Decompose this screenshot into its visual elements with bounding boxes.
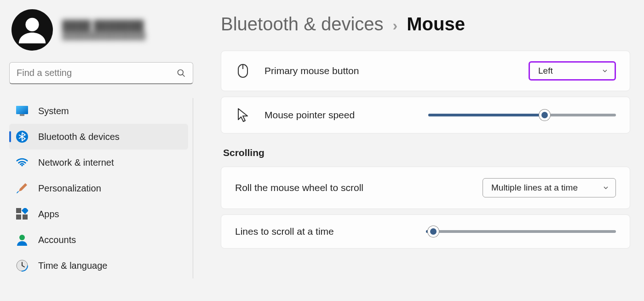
svg-rect-4: [16, 106, 28, 114]
avatar: [12, 9, 53, 51]
clock-icon: [16, 260, 28, 272]
setting-label: Roll the mouse wheel to scroll: [235, 182, 363, 193]
search-input[interactable]: [17, 68, 177, 78]
sidebar-item-accounts[interactable]: Accounts: [9, 227, 188, 253]
sidebar-item-label: Accounts: [38, 235, 76, 245]
sidebar-item-label: Time & language: [38, 260, 107, 271]
main-content: Bluetooth & devices › Mouse Primary mous…: [202, 0, 644, 301]
scrolling-section-header: Scrolling: [223, 147, 630, 158]
slider-thumb[interactable]: [428, 226, 439, 237]
apps-icon: [16, 208, 28, 220]
dropdown-value: Multiple lines at a time: [491, 183, 578, 193]
svg-rect-7: [16, 208, 21, 213]
mouse-icon: [235, 63, 251, 79]
slider-thumb[interactable]: [539, 110, 550, 121]
brush-icon: [16, 182, 28, 194]
cursor-icon: [235, 107, 251, 123]
svg-point-1: [178, 69, 184, 75]
pointer-speed-slider[interactable]: [428, 114, 616, 116]
setting-wheel-scroll: Roll the mouse wheel to scroll Multiple …: [221, 167, 630, 209]
wheel-scroll-dropdown[interactable]: Multiple lines at a time: [483, 178, 616, 197]
sidebar: ████ ███████ ████████████████ System Blu…: [0, 0, 202, 301]
sidebar-item-label: Network & internet: [38, 157, 114, 168]
setting-label: Mouse pointer speed: [264, 110, 355, 121]
svg-line-2: [183, 74, 185, 76]
svg-rect-10: [22, 208, 28, 214]
sidebar-item-bluetooth[interactable]: Bluetooth & devices: [9, 124, 188, 150]
lines-scroll-slider[interactable]: [426, 230, 616, 233]
svg-rect-9: [23, 214, 28, 220]
sidebar-item-apps[interactable]: Apps: [9, 201, 188, 227]
dropdown-value: Left: [538, 66, 553, 76]
nav-list: System Bluetooth & devices Network & int…: [9, 98, 193, 278]
profile-name: ████ ███████: [62, 20, 145, 32]
system-icon: [16, 105, 28, 117]
sidebar-item-label: System: [38, 106, 69, 116]
bluetooth-icon: [16, 131, 28, 143]
wifi-icon: [16, 156, 28, 168]
setting-pointer-speed: Mouse pointer speed: [221, 97, 630, 133]
svg-rect-5: [20, 114, 24, 116]
sidebar-item-network[interactable]: Network & internet: [9, 150, 188, 175]
setting-primary-mouse-button: Primary mouse button Left: [221, 51, 630, 91]
profile-sub: ████████████████: [62, 32, 145, 40]
sidebar-item-system[interactable]: System: [9, 98, 188, 124]
setting-lines-scroll: Lines to scroll at a time: [221, 214, 630, 249]
breadcrumb-current: Mouse: [407, 14, 465, 35]
breadcrumb: Bluetooth & devices › Mouse: [221, 14, 630, 35]
svg-rect-8: [16, 214, 21, 220]
sidebar-item-label: Bluetooth & devices: [38, 132, 120, 142]
svg-point-0: [25, 18, 39, 31]
person-icon: [16, 234, 28, 246]
svg-point-11: [19, 235, 25, 240]
sidebar-item-label: Apps: [38, 209, 59, 220]
setting-label: Primary mouse button: [264, 65, 359, 76]
search-icon: [177, 69, 186, 78]
breadcrumb-parent[interactable]: Bluetooth & devices: [221, 14, 384, 35]
avatar-icon: [16, 14, 48, 46]
primary-button-dropdown[interactable]: Left: [529, 61, 616, 81]
chevron-right-icon: ›: [393, 17, 398, 34]
profile-text: ████ ███████ ████████████████: [62, 20, 145, 40]
search-box[interactable]: [9, 62, 193, 84]
chevron-down-icon: [602, 68, 608, 74]
setting-label: Lines to scroll at a time: [235, 226, 334, 237]
profile-section[interactable]: ████ ███████ ████████████████: [9, 9, 193, 51]
sidebar-item-label: Personalization: [38, 183, 101, 194]
chevron-down-icon: [603, 185, 609, 191]
sidebar-item-personalization[interactable]: Personalization: [9, 175, 188, 201]
sidebar-item-time-language[interactable]: Time & language: [9, 253, 188, 278]
